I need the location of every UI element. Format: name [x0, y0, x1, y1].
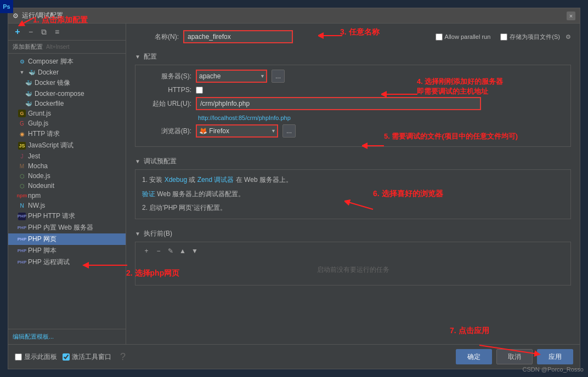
before-launch-remove-button[interactable]: − [153, 245, 164, 256]
docker-folder-icon: 🐳 [28, 68, 36, 76]
store-as-project-label: 存储为项目文件(S) [500, 33, 560, 41]
browser-select[interactable]: 🦊 Firefox Chrome [196, 124, 278, 138]
before-launch-section: + − ✎ ▲ ▼ 启动前没有要运行的任务 [135, 242, 571, 285]
remove-config-button[interactable]: − [25, 26, 37, 38]
sidebar-item-label: Composer 脚本 [28, 57, 74, 66]
help-button[interactable]: ? [120, 351, 126, 363]
browser-select-container: 🦊 Firefox Chrome ▼ [196, 124, 278, 138]
sidebar-item-gulpjs[interactable]: G Gulp.js [8, 118, 126, 128]
sidebar-item-nodejs[interactable]: ⬡ Node.js [8, 171, 126, 181]
browser-dots-button[interactable]: ... [282, 124, 296, 138]
start-url-label: 起始 URL(U): [142, 99, 191, 108]
before-launch-add-button[interactable]: + [141, 245, 152, 256]
copy-config-button[interactable]: ⧉ [38, 26, 50, 38]
sidebar-item-npm[interactable]: npm npm [8, 191, 126, 201]
sidebar-item-label: Docker 镜像 [35, 78, 70, 88]
sidebar-item-mocha[interactable]: M Mocha [8, 161, 126, 171]
close-button[interactable]: × [567, 12, 575, 20]
name-row: 名称(N): Allow parallel run 存储为项目文件(S) ⚙ [135, 30, 571, 43]
debug-section: 1. 安装 Xdebug 或 Zend 调试器 在 Web 服务器上。 验证 W… [135, 169, 571, 219]
sidebar-item-docker-image[interactable]: 🐳 Docker 镜像 [8, 77, 126, 89]
before-launch-arrow[interactable]: ▼ [135, 231, 140, 237]
sidebar-item-label: Mocha [28, 162, 48, 170]
sidebar-item-php-script[interactable]: PHP PHP 脚本 [8, 245, 126, 256]
verify-link[interactable]: 验证 [142, 190, 155, 198]
dockerfile-icon: 🐳 [25, 100, 32, 107]
http-icon: ◉ [18, 130, 26, 138]
before-launch-up-button[interactable]: ▲ [177, 245, 188, 256]
dialog-title: ⚙ 运行/调试配置 [13, 11, 63, 20]
sidebar-item-php-web-server[interactable]: PHP PHP 内置 Web 服务器 [8, 222, 126, 233]
activate-tool-checkbox[interactable] [63, 353, 70, 361]
show-panel-label: 显示此面板 [15, 352, 57, 362]
php-webpage-icon: PHP [18, 236, 26, 243]
sidebar-item-label: JavaScript 调试 [28, 141, 74, 150]
sidebar-item-docker-compose[interactable]: 🐳 Docker-compose [8, 89, 126, 99]
before-launch-down-button[interactable]: ▼ [189, 245, 200, 256]
sidebar-item-php-webpage[interactable]: PHP PHP 网页 [8, 233, 126, 245]
gulpjs-icon: G [18, 119, 26, 127]
start-url-row: 起始 URL(U): [142, 97, 564, 110]
debug-section-title: 调试预配置 [144, 157, 177, 166]
apply-button[interactable]: 应用 [537, 349, 573, 364]
sidebar-item-label: PHP 远程调试 [28, 258, 70, 267]
edit-config-templates-link[interactable]: 编辑配置模板... [13, 333, 54, 340]
debug-section-arrow[interactable]: ▼ [135, 158, 140, 164]
sidebar-item-php-http[interactable]: PHP PHP HTTP 请求 [8, 210, 126, 222]
sort-config-button[interactable]: ≡ [51, 26, 63, 38]
zend-link[interactable]: Zend 调试器 [197, 176, 234, 184]
store-settings-icon[interactable]: ⚙ [566, 33, 571, 41]
server-select[interactable]: apache [196, 70, 267, 83]
cancel-button[interactable]: 取消 [496, 349, 533, 364]
sidebar-item-label: Dockerfile [35, 100, 64, 107]
sidebar-item-http[interactable]: ◉ HTTP 请求 [8, 128, 126, 140]
nodeunit-icon: ⬡ [18, 182, 26, 190]
sidebar-item-label: HTTP 请求 [28, 129, 60, 139]
before-launch-empty: 启动前没有要运行的任务 [141, 265, 565, 275]
sidebar-item-label: NW.js [28, 202, 45, 209]
allow-parallel-label: Allow parallel run [436, 33, 491, 41]
allow-parallel-checkbox[interactable] [436, 33, 443, 41]
sidebar-item-label: PHP 网页 [28, 235, 56, 244]
dialog-titlebar: ⚙ 运行/调试配置 × [8, 8, 580, 24]
sidebar-item-label: Node.js [28, 172, 50, 180]
php-script-icon: PHP [18, 247, 26, 255]
name-label: 名称(N): [135, 32, 179, 42]
name-input[interactable] [183, 30, 293, 43]
sidebar-item-gruntjs[interactable]: G Grunt.js [8, 108, 126, 118]
nwjs-icon: N [18, 202, 26, 209]
before-launch-header: ▼ 执行前(B) [135, 229, 571, 238]
sidebar-tree[interactable]: ⚙ Composer 脚本 ▼ 🐳 Docker 🐳 Docker 镜像 🐳 D… [8, 54, 126, 329]
browser-label: 浏览器(B): [142, 127, 191, 136]
sidebar-item-nwjs[interactable]: N NW.js [8, 201, 126, 210]
store-as-project-checkbox[interactable] [500, 33, 507, 41]
sidebar-item-composer[interactable]: ⚙ Composer 脚本 [8, 56, 126, 67]
ok-button[interactable]: 确定 [456, 349, 492, 364]
footer-left: 显示此面板 激活工具窗口 ? [15, 351, 126, 363]
jest-icon: J [18, 152, 26, 160]
server-dots-button[interactable]: ... [272, 70, 285, 83]
sidebar-item-label: Gulp.js [28, 119, 48, 127]
xdebug-link[interactable]: Xdebug [165, 176, 187, 184]
js-debug-icon: JS [18, 142, 26, 150]
sidebar-item-label: PHP 脚本 [28, 246, 56, 255]
nodejs-icon: ⬡ [18, 172, 26, 180]
sidebar-item-jest[interactable]: J Jest [8, 151, 126, 161]
before-launch-title: 执行前(B) [144, 229, 172, 238]
debug-text-2: 2. 启动'PHP 网页'运行配置。 [142, 202, 564, 214]
before-launch-edit-button[interactable]: ✎ [165, 245, 176, 256]
sidebar: + − ⧉ ≡ 添加新配置 Alt+Insert ⚙ Composer 脚本 ▼ [8, 24, 126, 344]
sidebar-item-label: npm [28, 192, 41, 199]
sidebar-item-dockerfile[interactable]: 🐳 Dockerfile [8, 99, 126, 108]
dialog-footer: 显示此面板 激活工具窗口 ? 确定 取消 应用 [8, 344, 580, 369]
config-section-arrow[interactable]: ▼ [135, 54, 140, 60]
sidebar-item-docker-group[interactable]: ▼ 🐳 Docker [8, 67, 126, 77]
server-row: 服务器(S): apache ▼ ... [142, 70, 564, 83]
show-panel-checkbox[interactable] [15, 353, 22, 361]
sidebar-item-php-remote[interactable]: PHP PHP 远程调试 [8, 256, 126, 268]
add-config-button[interactable]: + [12, 26, 24, 38]
sidebar-item-js-debug[interactable]: JS JavaScript 调试 [8, 140, 126, 151]
sidebar-item-nodeunit[interactable]: ⬡ Nodeunit [8, 181, 126, 191]
https-checkbox[interactable] [196, 87, 203, 94]
start-url-input[interactable] [196, 97, 481, 110]
